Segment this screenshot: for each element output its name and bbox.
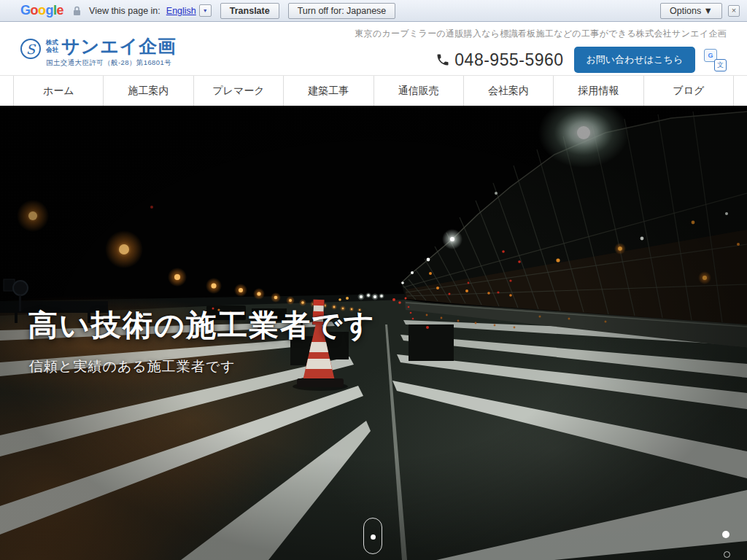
scroll-indicator[interactable] xyxy=(363,518,382,554)
nav-item-recruit[interactable]: 採用情報 xyxy=(553,76,643,106)
phone-icon xyxy=(436,52,450,67)
site-header: S 株式会社 サンエイ企画 国土交通大臣許可（般-28）第16801号 東京のカ… xyxy=(0,22,747,76)
carousel-dot-active[interactable] xyxy=(722,531,729,538)
company-name: サンエイ企画 xyxy=(61,37,177,55)
options-button[interactable]: Options ▼ xyxy=(660,3,722,19)
google-logo-letter: G xyxy=(20,3,31,18)
logo-monogram-icon: S xyxy=(20,39,41,59)
google-logo-letter: o xyxy=(38,3,46,18)
nav-item-company[interactable]: 会社案内 xyxy=(463,76,553,106)
translate-badge-icon[interactable]: G 文 xyxy=(704,49,727,71)
tagline: 東京のカーブミラーの通販購入なら標識看板施工などの工事ができる株式会社サンエイ企… xyxy=(355,28,727,40)
nav-item-home[interactable]: ホーム xyxy=(13,76,103,106)
google-translate-bar: Google View this page in: English ▼ Tran… xyxy=(0,0,747,22)
contact-button[interactable]: お問い合わせはこちら xyxy=(574,47,695,73)
carousel-dot-inactive[interactable] xyxy=(724,551,730,558)
google-logo-letter: g xyxy=(46,3,54,18)
logo-text: 株式会社 サンエイ企画 国土交通大臣許可（般-28）第16801号 xyxy=(46,37,177,68)
view-page-label: View this page in: xyxy=(89,6,160,16)
close-icon[interactable]: × xyxy=(728,5,740,17)
license-number: 国土交通大臣許可（般-28）第16801号 xyxy=(46,58,177,68)
lock-icon xyxy=(73,6,81,16)
language-link[interactable]: English xyxy=(166,6,196,16)
logo-link[interactable]: S 株式会社 サンエイ企画 国土交通大臣許可（般-28）第16801号 xyxy=(20,37,177,75)
nav-item-online-shop[interactable]: 通信販売 xyxy=(374,76,463,106)
main-nav: ホーム 施工案内 プレマーク 建築工事 通信販売 会社案内 採用情報 ブログ xyxy=(0,76,747,106)
phone-number: 048-955-5960 xyxy=(454,50,563,70)
turn-off-button[interactable]: Turn off for: Japanese xyxy=(288,3,396,19)
hero-title: 高い技術の施工業者です xyxy=(28,306,376,346)
logo-prefix: 株式会社 xyxy=(46,39,58,54)
nav-item-blog[interactable]: ブログ xyxy=(643,76,734,106)
contact-row: 048-955-5960 お問い合わせはこちら G 文 xyxy=(436,47,727,73)
translate-badge-front: 文 xyxy=(714,59,727,71)
google-logo-letter: e xyxy=(57,3,64,18)
hero-subtitle: 信頼と実績のある施工業者です xyxy=(29,357,236,376)
scroll-indicator-dot xyxy=(371,534,376,540)
hero-slider: 高い技術の施工業者です 信頼と実績のある施工業者です xyxy=(0,106,747,560)
nav-item-premark[interactable]: プレマーク xyxy=(193,76,283,106)
translate-button[interactable]: Translate xyxy=(220,3,279,19)
nav-item-construction-guide[interactable]: 施工案内 xyxy=(103,76,193,106)
language-dropdown[interactable]: ▼ xyxy=(199,4,212,17)
google-logo: Google xyxy=(20,3,63,18)
nav-item-building-works[interactable]: 建築工事 xyxy=(283,76,373,106)
header-right: 東京のカーブミラーの通販購入なら標識看板施工などの工事ができる株式会社サンエイ企… xyxy=(355,22,727,75)
google-logo-letter: o xyxy=(31,3,39,18)
